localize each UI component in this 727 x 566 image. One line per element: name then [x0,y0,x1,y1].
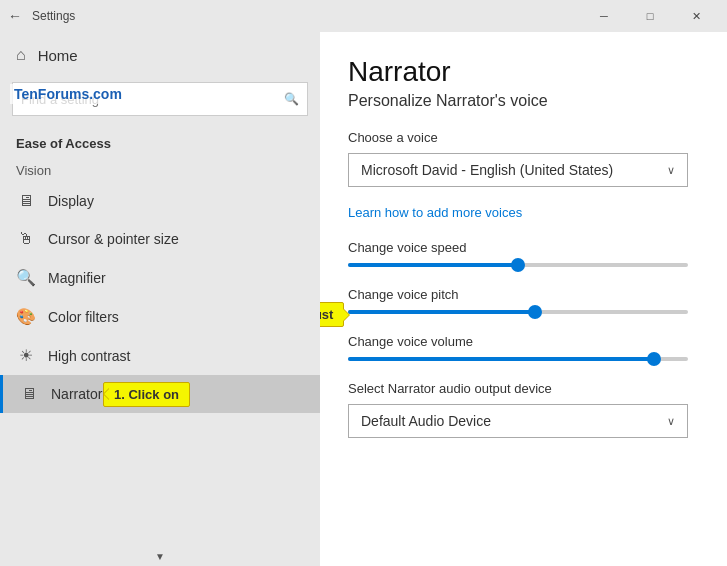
content-area: Narrator Personalize Narrator's voice Ch… [320,32,727,566]
home-icon: ⌂ [16,46,26,64]
maximize-button[interactable]: □ [627,0,673,32]
window-title: Settings [32,9,581,23]
display-icon: 🖥 [16,192,36,210]
home-label: Home [38,47,78,64]
sidebar-item-display[interactable]: 🖥 Display [0,182,320,220]
cursor-label: Cursor & pointer size [48,231,179,247]
voice-volume-section: Change voice volume [348,334,699,361]
page-title: Narrator [348,56,699,88]
color-filters-icon: 🎨 [16,307,36,326]
click-on-callout: 1. Click on [103,382,190,407]
color-filters-label: Color filters [48,309,119,325]
voice-section-label: Choose a voice [348,130,699,145]
sidebar-item-color-filters[interactable]: 🎨 Color filters [0,297,320,336]
magnifier-label: Magnifier [48,270,106,286]
narrator-label: Narrator [51,386,102,402]
sidebar-item-high-contrast[interactable]: ☀ High contrast [0,336,320,375]
close-button[interactable]: ✕ [673,0,719,32]
minimize-button[interactable]: ─ [581,0,627,32]
scroll-down-icon: ▼ [155,551,165,562]
voice-pitch-label: Change voice pitch [348,287,699,302]
high-contrast-label: High contrast [48,348,130,364]
sidebar-item-cursor[interactable]: 🖱 Cursor & pointer size [0,220,320,258]
audio-output-dropdown-arrow: ∨ [667,415,675,428]
audio-output-dropdown-label: Default Audio Device [361,413,491,429]
window-controls: ─ □ ✕ [581,0,719,32]
sidebar-scroll-down[interactable]: ▼ [0,546,320,566]
sidebar-item-magnifier[interactable]: 🔍 Magnifier [0,258,320,297]
narrator-icon: 🖥 [19,385,39,403]
voice-pitch-section: Change voice pitch 2. Adjust [348,287,699,314]
sidebar-item-narrator[interactable]: 🖥 Narrator 1. Click on [0,375,320,413]
voice-speed-label: Change voice speed [348,240,699,255]
voice-pitch-slider[interactable]: 2. Adjust [348,310,688,314]
watermark: TenForums.com [10,84,126,104]
voice-volume-slider[interactable] [348,357,688,361]
sidebar: TenForums.com ⌂ Home 🔍 Ease of Access Vi… [0,32,320,566]
display-label: Display [48,193,94,209]
audio-output-label: Select Narrator audio output device [348,381,699,396]
voice-dropdown-label: Microsoft David - English (United States… [361,162,613,178]
title-bar: ← Settings ─ □ ✕ [0,0,727,32]
back-button[interactable]: ← [8,8,22,24]
adjust-callout: 2. Adjust [320,302,344,327]
voice-dropdown-arrow: ∨ [667,164,675,177]
voice-volume-label: Change voice volume [348,334,699,349]
voice-speed-slider[interactable] [348,263,688,267]
sidebar-section-label: Ease of Access [0,128,320,157]
page-subtitle: Personalize Narrator's voice [348,92,699,110]
learn-more-link[interactable]: Learn how to add more voices [348,205,522,220]
audio-output-dropdown[interactable]: Default Audio Device ∨ [348,404,688,438]
high-contrast-icon: ☀ [16,346,36,365]
cursor-icon: 🖱 [16,230,36,248]
main-layout: TenForums.com ⌂ Home 🔍 Ease of Access Vi… [0,32,727,566]
vision-category: Vision [0,157,320,182]
magnifier-icon: 🔍 [16,268,36,287]
search-icon: 🔍 [284,92,299,106]
voice-speed-section: Change voice speed [348,240,699,267]
voice-dropdown[interactable]: Microsoft David - English (United States… [348,153,688,187]
sidebar-home[interactable]: ⌂ Home [0,32,320,78]
